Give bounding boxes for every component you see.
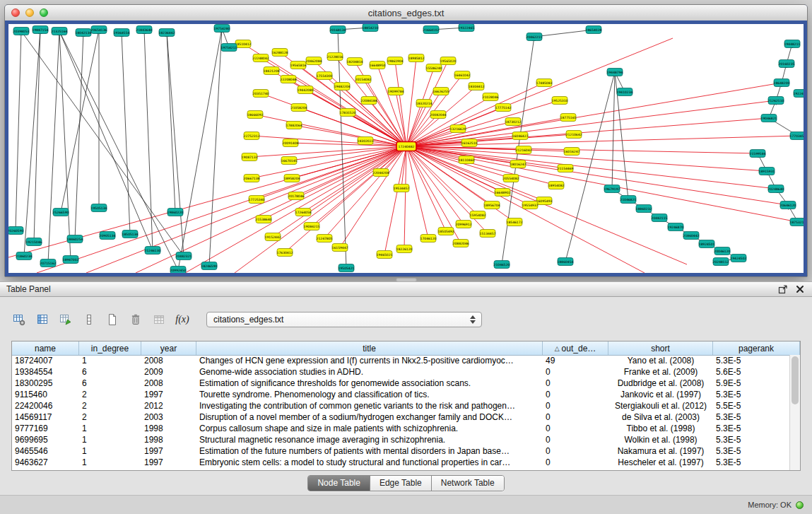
network-node[interactable]: 19448794	[607, 69, 623, 76]
network-node[interactable]: 21246130	[145, 247, 161, 255]
network-node[interactable]: 20905134	[100, 232, 116, 240]
network-edge[interactable]	[406, 146, 464, 224]
network-node[interactable]: 18854210	[363, 24, 379, 32]
network-node[interactable]: 18860232	[636, 205, 652, 213]
network-edge[interactable]	[406, 146, 565, 168]
network-edge[interactable]	[167, 33, 184, 256]
network-node[interactable]: 18421208	[264, 67, 280, 75]
network-node[interactable]: 21210642	[566, 131, 582, 139]
network-edge[interactable]	[303, 146, 406, 212]
network-node[interactable]: 20082044	[430, 111, 447, 119]
network-node[interactable]: 21599584	[750, 150, 766, 158]
column-header-in-degree[interactable]: in_degree	[79, 341, 141, 355]
network-node[interactable]: 22752312	[244, 132, 260, 140]
network-node[interactable]: 19442080	[298, 86, 314, 94]
network-node[interactable]: 18648200	[774, 79, 790, 87]
network-node[interactable]: 19246870	[668, 223, 684, 231]
network-edge[interactable]	[144, 30, 153, 250]
scrollbar-thumb[interactable]	[792, 356, 799, 404]
network-node[interactable]: 17485083	[536, 79, 553, 87]
network-node[interactable]: 22248042	[253, 54, 269, 62]
table-row[interactable]: 14569117 2 2003 Disruption of a novel me…	[12, 411, 789, 423]
network-node[interactable]: 20398053	[13, 28, 30, 35]
network-node[interactable]: 19505134	[91, 204, 107, 212]
network-node[interactable]: 16626255	[433, 88, 449, 95]
row-tools-button[interactable]	[80, 310, 98, 329]
column-header-out-degree[interactable]: △ out_de…	[543, 341, 608, 355]
network-node[interactable]: 18753212	[790, 218, 804, 226]
network-node[interactable]: 19410234	[617, 88, 633, 96]
network-edge[interactable]	[61, 30, 99, 212]
network-node[interactable]: 18954082	[548, 182, 565, 189]
network-node[interactable]: 20646120	[780, 201, 796, 209]
import-table-button[interactable]	[150, 310, 168, 329]
network-edge[interactable]	[48, 31, 59, 263]
network-node[interactable]: 19322465	[459, 24, 475, 32]
network-node[interactable]: 19099784	[388, 88, 404, 95]
network-node[interactable]: 21664102	[423, 26, 440, 34]
network-node[interactable]: 18505492	[438, 228, 454, 235]
network-node[interactable]: 18730212	[505, 118, 522, 126]
network-node[interactable]: 20992450	[170, 267, 187, 274]
network-edge[interactable]	[261, 58, 406, 146]
network-edge[interactable]	[406, 146, 488, 233]
network-node[interactable]: 21325164	[52, 28, 68, 35]
network-node[interactable]: 18987002	[63, 256, 79, 264]
table-row[interactable]: 22420046 2 2012 Investigating the contri…	[12, 400, 789, 411]
network-node[interactable]: 21046821	[620, 196, 637, 204]
delete-column-button[interactable]	[126, 310, 145, 329]
table-row[interactable]: 9115460 2 1997 Tourette syndrome. Phenom…	[12, 389, 789, 400]
network-edge[interactable]	[406, 146, 788, 205]
network-node[interactable]: 17630412	[277, 249, 293, 257]
network-node[interactable]: 20091408	[283, 139, 299, 147]
table-vertical-scrollbar[interactable]	[789, 355, 800, 470]
zoom-window-button[interactable]	[40, 8, 48, 17]
table-settings-button[interactable]	[10, 310, 28, 329]
float-panel-icon[interactable]	[777, 284, 789, 295]
show-columns-button[interactable]	[33, 310, 52, 329]
network-node[interactable]: 13216620	[450, 125, 466, 133]
network-edge[interactable]	[59, 31, 178, 270]
network-node[interactable]: 17703454	[790, 132, 804, 140]
network-node[interactable]: 16016247	[564, 148, 580, 156]
network-node[interactable]: 18042134	[76, 29, 92, 37]
network-node[interactable]: 19534457	[394, 185, 410, 192]
network-node[interactable]: 18775165	[560, 114, 577, 122]
network-edge[interactable]	[252, 136, 406, 146]
table-row[interactable]: 9465546 1 1997 Estimation of the future …	[12, 445, 789, 457]
network-node[interactable]: 15586240	[426, 64, 442, 72]
network-node[interactable]: 16648902	[495, 189, 511, 197]
network-edge[interactable]	[534, 30, 594, 37]
network-edge[interactable]	[59, 31, 153, 250]
network-node[interactable]: 16670145	[281, 157, 298, 165]
column-header-name[interactable]: name	[12, 341, 79, 355]
network-node[interactable]: 18546172	[507, 218, 523, 226]
network-node[interactable]: 19505421	[339, 264, 355, 272]
table-row[interactable]: 9463627 1 1997 Embryonic stem cells: a m…	[12, 457, 789, 468]
network-node[interactable]: 20178046	[288, 192, 305, 200]
network-node[interactable]: 21247805	[317, 235, 333, 243]
network-node[interactable]: 17725340	[249, 196, 265, 204]
edit-columns-button[interactable]	[57, 310, 75, 329]
network-edge[interactable]	[86, 146, 406, 273]
network-edge[interactable]	[167, 33, 175, 212]
network-node[interactable]: 21058204	[291, 104, 307, 112]
network-node[interactable]: 20654136	[91, 26, 107, 34]
network-node[interactable]: 19525310	[552, 97, 568, 105]
network-edge[interactable]	[406, 83, 782, 146]
network-node[interactable]: 17240482	[396, 142, 416, 151]
table-row[interactable]: 18300295 6 2008 Estimation of significan…	[12, 378, 789, 389]
network-node[interactable]: 18654028	[586, 26, 602, 34]
tab-node-table[interactable]: Node Table	[308, 476, 370, 491]
network-edge[interactable]	[59, 31, 71, 259]
network-node[interactable]: 18924501	[699, 240, 715, 248]
network-node[interactable]: 22084184	[361, 97, 377, 105]
network-node[interactable]: 20351740	[253, 90, 269, 98]
network-node[interactable]: 18505134	[122, 230, 139, 238]
network-edge[interactable]	[348, 112, 406, 146]
network-edge[interactable]	[406, 146, 446, 231]
network-node[interactable]: 18226120	[396, 245, 413, 253]
network-node[interactable]: 21228016	[327, 53, 343, 61]
network-node[interactable]: 18915931	[759, 168, 775, 175]
network-node[interactable]: 21860442	[683, 232, 700, 240]
